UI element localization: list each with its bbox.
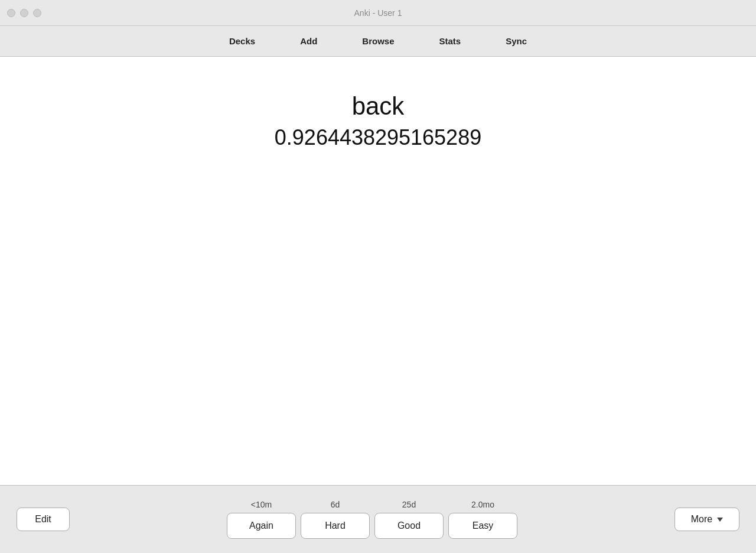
add-button[interactable]: Add <box>295 32 322 50</box>
maximize-button[interactable] <box>33 9 41 17</box>
easy-button[interactable]: Easy <box>448 513 517 539</box>
interval-labels: <10m 6d 25d 2.0mo <box>224 500 520 509</box>
chevron-down-icon <box>717 518 723 522</box>
bottom-bar: Edit <10m 6d 25d 2.0mo Again Hard Good E… <box>0 485 756 553</box>
easy-interval: 2.0mo <box>446 500 520 509</box>
window-title: Anki - User 1 <box>354 8 402 18</box>
stats-button[interactable]: Stats <box>435 32 466 50</box>
answer-row: Again Hard Good Easy <box>224 513 520 539</box>
traffic-lights <box>7 9 41 17</box>
sync-button[interactable]: Sync <box>501 32 532 50</box>
close-button[interactable] <box>7 9 15 17</box>
again-interval: <10m <box>224 500 298 509</box>
card-area: back 0.9264438295165289 <box>0 57 756 485</box>
minimize-button[interactable] <box>20 9 28 17</box>
card-front: back <box>352 92 405 121</box>
decks-button[interactable]: Decks <box>224 32 260 50</box>
good-interval: 25d <box>372 500 446 509</box>
hard-interval: 6d <box>298 500 372 509</box>
answer-buttons-group: <10m 6d 25d 2.0mo Again Hard Good Easy <box>224 500 520 539</box>
browse-button[interactable]: Browse <box>357 32 399 50</box>
edit-button[interactable]: Edit <box>17 508 70 531</box>
hard-button[interactable]: Hard <box>301 513 370 539</box>
more-button[interactable]: More <box>674 508 739 531</box>
toolbar: Decks Add Browse Stats Sync <box>0 26 756 57</box>
more-label: More <box>691 514 712 525</box>
title-bar: Anki - User 1 <box>0 0 756 26</box>
again-button[interactable]: Again <box>227 513 296 539</box>
good-button[interactable]: Good <box>374 513 444 539</box>
card-back-value: 0.9264438295165289 <box>275 125 481 150</box>
